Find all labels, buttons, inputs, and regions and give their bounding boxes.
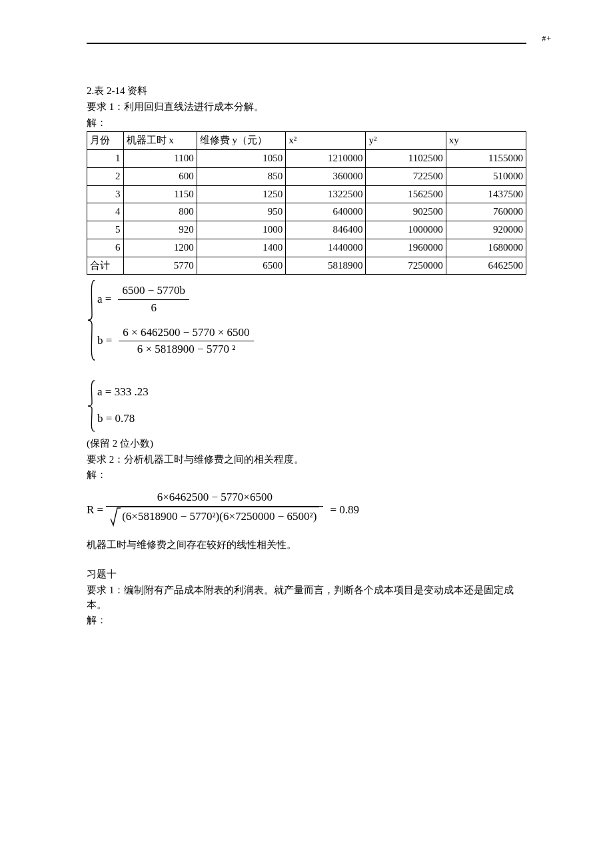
- cell: 5770: [123, 257, 197, 275]
- correlation-conclusion: 机器工时与维修费之间存在较好的线性相关性。: [87, 538, 526, 553]
- eq-a-formula: a = 6500 − 5770b 6: [97, 283, 257, 316]
- header-underline: [87, 43, 526, 44]
- fraction: 6×6462500 − 5770×6500 (6×5818900 − 5770²…: [106, 489, 323, 531]
- table-row: 5 920 1000 846400 1000000 920000: [87, 221, 526, 239]
- cell: 1400: [197, 239, 285, 257]
- requirement-1: 要求 1：利用回归直线法进行成本分解。: [87, 100, 526, 115]
- sqrt-radicand: (6×5818900 − 5770²)(6×7250000 − 6500²): [121, 507, 319, 527]
- frac-den: 6 × 5818900 − 5770 ²: [133, 341, 240, 358]
- cell: 920: [123, 221, 197, 239]
- requirement-2: 要求 2：分析机器工时与维修费之间的相关程度。: [87, 453, 526, 467]
- cell: 6: [87, 239, 124, 257]
- col-x2: x²: [286, 132, 366, 150]
- frac-den: (6×5818900 − 5770²)(6×7250000 − 6500²): [106, 507, 323, 532]
- col-month: 月份: [87, 132, 124, 150]
- brace-body: a = 6500 − 5770b 6 b = 6 × 6462500 − 577…: [96, 279, 257, 362]
- cell: 722500: [366, 167, 446, 185]
- cell: 1: [87, 150, 124, 168]
- table-total-row: 合计 5770 6500 5818900 7250000 6462500: [87, 257, 526, 275]
- equation-system-ab-formula: a = 6500 − 5770b 6 b = 6 × 6462500 − 577…: [87, 279, 526, 362]
- cell: 5: [87, 221, 124, 239]
- col-y2: y²: [366, 132, 446, 150]
- correlation-formula: R = 6×6462500 − 5770×6500 (6×5818900 − 5…: [87, 489, 526, 531]
- cell: 640000: [286, 203, 366, 221]
- cell: 846400: [286, 221, 366, 239]
- header-mark: #+: [542, 33, 552, 45]
- frac-den: 6: [147, 300, 161, 317]
- solution-label-2: 解：: [87, 468, 526, 483]
- cell: 600: [123, 167, 197, 185]
- frac-num: 6500 − 5770b: [118, 283, 189, 299]
- data-table: 月份 机器工时 x 维修费 y（元） x² y² xy 1 1100 1050 …: [87, 131, 526, 275]
- equation-system-ab-result: a = 333 .23 b = 0.78: [87, 379, 526, 433]
- cell: 7250000: [366, 257, 446, 275]
- fraction: 6 × 6462500 − 5770 × 6500 6 × 5818900 − …: [119, 325, 253, 358]
- rounding-note: (保留 2 位小数): [87, 437, 526, 451]
- table-row: 2 600 850 360000 722500 510000: [87, 167, 526, 185]
- cell: 800: [123, 203, 197, 221]
- cell: 6462500: [446, 257, 526, 275]
- cell: 850: [197, 167, 285, 185]
- cell: 1000000: [366, 221, 446, 239]
- cell: 920000: [446, 221, 526, 239]
- frac-num: 6 × 6462500 − 5770 × 6500: [119, 325, 253, 341]
- cell: 5818900: [286, 257, 366, 275]
- cell: 1150: [123, 185, 197, 203]
- table-row: 4 800 950 640000 902500 760000: [87, 203, 526, 221]
- left-brace-icon: [87, 379, 96, 433]
- cell: 1960000: [366, 239, 446, 257]
- cell: 1437500: [446, 185, 526, 203]
- col-x: 机器工时 x: [123, 132, 197, 150]
- intro-line-1: 2.表 2-14 资料: [87, 84, 526, 99]
- cell: 1210000: [286, 150, 366, 168]
- frac-num: 6×6462500 − 5770×6500: [153, 489, 277, 506]
- cell: 1050: [197, 150, 285, 168]
- cell-total-label: 合计: [87, 257, 124, 275]
- fraction: 6500 − 5770b 6: [118, 283, 189, 316]
- R-rhs: = 0.89: [330, 502, 359, 519]
- eq-a-lhs: a =: [97, 291, 111, 308]
- table-header-row: 月份 机器工时 x 维修费 y（元） x² y² xy: [87, 132, 526, 150]
- col-xy: xy: [446, 132, 526, 150]
- exercise-10-title: 习题十: [87, 567, 526, 582]
- cell: 902500: [366, 203, 446, 221]
- eq-a-result: a = 333 .23: [97, 384, 149, 401]
- brace-body: a = 333 .23 b = 0.78: [96, 379, 149, 433]
- cell: 4: [87, 203, 124, 221]
- sqrt: (6×5818900 − 5770²)(6×7250000 − 6500²): [110, 507, 319, 527]
- cell: 3: [87, 185, 124, 203]
- col-y: 维修费 y（元）: [197, 132, 285, 150]
- header-rule: #+: [87, 43, 526, 44]
- cell: 760000: [446, 203, 526, 221]
- cell: 1155000: [446, 150, 526, 168]
- cell: 1200: [123, 239, 197, 257]
- exercise-10-req1: 要求 1：编制附有产品成本附表的利润表。就产量而言，判断各个成本项目是变动成本还…: [87, 583, 526, 613]
- eq-b-result: b = 0.78: [97, 411, 149, 427]
- R-lhs: R =: [87, 502, 103, 519]
- cell: 1680000: [446, 239, 526, 257]
- cell: 950: [197, 203, 285, 221]
- cell: 1440000: [286, 239, 366, 257]
- cell: 1322500: [286, 185, 366, 203]
- cell: 6500: [197, 257, 285, 275]
- table-row: 1 1100 1050 1210000 1102500 1155000: [87, 150, 526, 168]
- eq-b-formula: b = 6 × 6462500 − 5770 × 6500 6 × 581890…: [97, 325, 257, 358]
- cell: 1102500: [366, 150, 446, 168]
- eq-b-lhs: b =: [97, 333, 112, 349]
- cell: 1562500: [366, 185, 446, 203]
- cell: 1100: [123, 150, 197, 168]
- cell: 510000: [446, 167, 526, 185]
- cell: 2: [87, 167, 124, 185]
- cell: 360000: [286, 167, 366, 185]
- cell: 1000: [197, 221, 285, 239]
- page: #+ 2.表 2-14 资料 要求 1：利用回归直线法进行成本分解。 解： 月份…: [0, 0, 613, 628]
- sqrt-icon: [110, 507, 121, 527]
- cell: 1250: [197, 185, 285, 203]
- table-row: 3 1150 1250 1322500 1562500 1437500: [87, 185, 526, 203]
- table-row: 6 1200 1400 1440000 1960000 1680000: [87, 239, 526, 257]
- exercise-10-sol-label: 解：: [87, 613, 526, 628]
- solution-label-1: 解：: [87, 116, 526, 131]
- left-brace-icon: [87, 279, 96, 362]
